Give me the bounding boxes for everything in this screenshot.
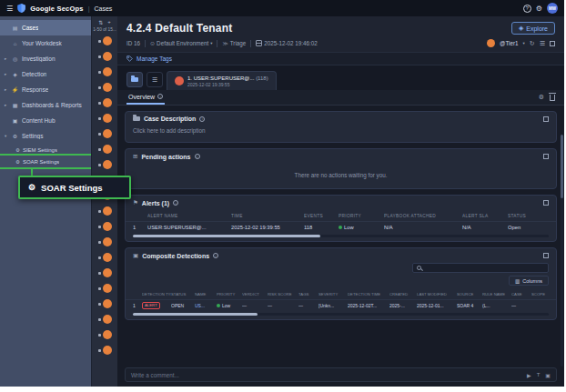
vertical-scrollbar[interactable]: [561, 135, 563, 367]
gear-icon[interactable]: ⚙: [539, 94, 544, 101]
alert-name[interactable]: USER:SUPERUSER@...: [147, 225, 231, 230]
sidebar-item-investigation[interactable]: ▸ ◎ Investigation: [0, 51, 91, 66]
sidebar-item-settings[interactable]: ▾ ⚙ Settings: [0, 128, 91, 144]
case-queue-item[interactable]: [98, 330, 112, 339]
case-queue-item[interactable]: [98, 36, 112, 45]
list-icon[interactable]: ☰: [540, 40, 545, 47]
manage-tags-link[interactable]: Manage Tags: [136, 55, 172, 62]
case-description-card: Case Description i Click here to add des…: [125, 111, 557, 143]
environment-select[interactable]: ⊙ Default Environment ▾: [150, 40, 212, 46]
sidebar-item-detection[interactable]: ▸ ◈ Detection: [0, 66, 91, 82]
detection-name-link[interactable]: US...: [195, 303, 217, 308]
sidebar-item-content-hub[interactable]: ▣ Content Hub: [0, 113, 91, 128]
image-icon[interactable]: ▣: [545, 372, 551, 378]
case-queue-item[interactable]: [98, 284, 112, 293]
explore-icon: ◈: [519, 25, 523, 32]
horizontal-scrollbar[interactable]: [133, 235, 549, 237]
send-icon[interactable]: ▶: [527, 372, 531, 378]
card-title: Case Description: [144, 116, 196, 122]
case-type-icon: [98, 102, 101, 105]
case-queue-item[interactable]: [98, 299, 112, 308]
priority-low-dot: [217, 304, 220, 307]
alert-table-row[interactable]: 1 USER:SUPERUSER@... 2025-12-02 19:39:55…: [126, 221, 556, 233]
expand-icon[interactable]: [550, 41, 555, 46]
expand-icon[interactable]: [543, 200, 549, 206]
case-type-icon: [98, 133, 101, 136]
case-queue-item[interactable]: [98, 98, 112, 107]
sidebar-item-your-workdesk[interactable]: ⌂ Your Workdesk: [0, 35, 91, 51]
assignee-name[interactable]: @Tier1: [500, 40, 519, 46]
list-icon: ☰: [152, 76, 157, 84]
case-queue-item[interactable]: [98, 160, 112, 169]
add-case-icon[interactable]: +: [107, 19, 111, 25]
case-queue-item[interactable]: [98, 67, 112, 76]
sidebar-item-cases[interactable]: ▤ Cases: [0, 20, 91, 35]
expand-icon[interactable]: [543, 154, 549, 159]
refresh-icon[interactable]: ↻: [530, 40, 535, 47]
case-queue-item[interactable]: [98, 145, 112, 154]
case-queue-item[interactable]: [98, 346, 112, 355]
dashboards-icon: ▦: [11, 102, 19, 108]
case-type-icon: [98, 210, 101, 213]
case-queue-item[interactable]: [98, 268, 112, 277]
alert-priority: Low: [339, 225, 384, 230]
manage-tags-row: Manage Tags: [117, 52, 564, 65]
folder-icon: [133, 116, 140, 121]
expand-icon[interactable]: [543, 116, 549, 122]
stage-icon: ≫: [222, 40, 227, 46]
case-type-icon: [98, 55, 101, 58]
alert-tab[interactable]: 1. USER:SUPERUSER@... (118) 2025-12-02 1…: [167, 71, 277, 90]
trash-icon[interactable]: [550, 95, 555, 101]
case-queue-item[interactable]: [98, 206, 112, 216]
search-input[interactable]: [412, 263, 549, 273]
case-type-icon: [98, 287, 101, 290]
card-view-button[interactable]: [126, 72, 143, 87]
overview-tab-row: Overview i ⚙: [117, 90, 564, 106]
alert-status: Open: [508, 225, 544, 230]
case-avatar-icon: [103, 284, 112, 293]
pending-actions-empty-text: There are no actions waiting for you.: [126, 164, 556, 188]
case-avatar-icon: [103, 52, 112, 61]
case-queue-item[interactable]: [98, 253, 112, 262]
case-avatar-icon: [103, 67, 112, 76]
tag-icon: [126, 55, 133, 62]
expand-icon[interactable]: [543, 253, 549, 258]
case-stage[interactable]: ≫ Triage: [222, 40, 246, 46]
case-queue-item[interactable]: [98, 114, 112, 123]
divider: [145, 40, 146, 47]
help-icon[interactable]: ?: [523, 5, 531, 13]
case-queue-item[interactable]: [98, 83, 112, 92]
sort-icon[interactable]: ⇅: [98, 19, 103, 25]
info-icon: i: [199, 116, 205, 122]
case-queue-item[interactable]: [98, 315, 112, 324]
case-queue-item[interactable]: [98, 222, 112, 231]
case-avatar-icon: [103, 98, 112, 107]
composite-table-row[interactable]: 1 ALERT OPEN US... Low — — — [Unkn... 20…: [126, 299, 556, 311]
chevron-right-icon: ▸: [5, 87, 11, 92]
case-queue-item[interactable]: [98, 52, 112, 61]
horizontal-scrollbar[interactable]: [133, 313, 549, 316]
hamburger-menu-icon[interactable]: ☰: [6, 5, 13, 13]
settings-icon[interactable]: ⚙: [536, 5, 542, 13]
text-format-icon[interactable]: T: [537, 372, 541, 377]
sidebar-item-response[interactable]: ▸ ⚡ Response: [0, 82, 91, 97]
divider: [217, 40, 217, 47]
case-type-icon: [98, 318, 101, 321]
tab-overview[interactable]: Overview i: [126, 90, 165, 105]
detection-time-cell: 2025-12-02T...: [348, 303, 389, 308]
sidebar-item-siem-settings[interactable]: ⚙ SIEM Settings: [0, 144, 91, 156]
topbar-section-label: Cases: [94, 5, 112, 12]
columns-button[interactable]: ▥ Columns: [509, 276, 549, 286]
explore-button[interactable]: ◈ Explore: [511, 22, 555, 35]
case-queue-item[interactable]: [98, 129, 112, 138]
case-description-input[interactable]: Click here to add description: [126, 126, 556, 142]
user-avatar[interactable]: MW: [547, 3, 558, 14]
sidebar-item-dashboards-reports[interactable]: ▸ ▦ Dashboards & Reports: [0, 97, 91, 113]
list-view-button[interactable]: ☰: [147, 72, 163, 87]
case-queue-item[interactable]: [98, 237, 112, 246]
comment-input[interactable]: Write a comment...: [131, 372, 521, 378]
sidebar-item-soar-settings[interactable]: ⚙ SOAR Settings: [0, 156, 91, 167]
soar-settings-callout: ⚙ SOAR Settings: [18, 176, 131, 199]
chevron-down-icon[interactable]: ▾: [523, 41, 525, 45]
info-icon: i: [195, 154, 200, 159]
